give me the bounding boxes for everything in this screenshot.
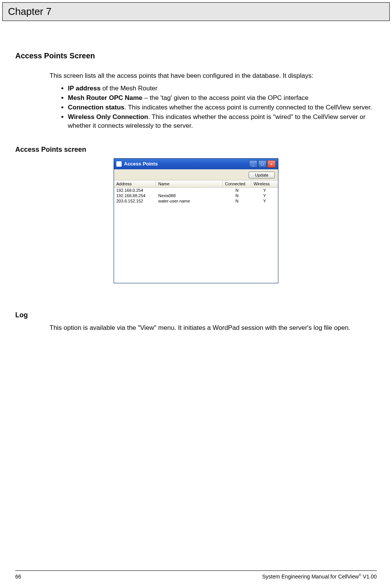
cell-address: 203.6.152.152 [114, 198, 156, 204]
page: Chapter 7 Access Points Screen This scre… [0, 2, 392, 588]
bullet-bold: IP address [68, 85, 101, 92]
cell-connected: N [223, 198, 251, 204]
section-log-title: Log [15, 311, 377, 319]
minimize-button[interactable]: _ [249, 160, 257, 168]
cell-connected: N [223, 193, 251, 198]
page-number: 66 [15, 574, 21, 580]
window-toolbar: Update [114, 169, 278, 180]
header-name[interactable]: Name [156, 180, 223, 187]
page-content: Access Points Screen This screen lists a… [0, 21, 392, 333]
footer-product: System Engineering Manual for CellView [262, 574, 358, 580]
cell-name [156, 188, 223, 193]
bullet-item: Mesh Router OPC Name – the 'tag' given t… [68, 94, 377, 103]
window-titlebar: Access Points _ □ × [114, 159, 278, 169]
bullet-text: of the Mesh Router [101, 85, 157, 92]
titlebar-left: Access Points [116, 161, 158, 167]
window-buttons: _ □ × [249, 160, 276, 168]
bullet-item: IP address of the Mesh Router [68, 84, 377, 93]
screenshot-wrapper: Access Points _ □ × Update Address Name … [15, 158, 377, 284]
window-title: Access Points [124, 161, 158, 167]
bullet-text: – the 'tag' given to the access point vi… [143, 94, 309, 101]
table-row[interactable]: 203.6.152.152water-user-nameNY [114, 198, 278, 204]
cell-wireless: Y [251, 188, 278, 193]
app-icon [116, 161, 122, 167]
bullet-bold: Mesh Router OPC Name [68, 94, 143, 101]
footer-right: System Engineering Manual for CellView© … [262, 573, 377, 580]
cell-connected: N [223, 188, 251, 193]
access-points-window: Access Points _ □ × Update Address Name … [114, 158, 278, 283]
cell-address: 192.168.0.254 [114, 188, 156, 193]
footer-version: V1.00 [361, 574, 377, 580]
cell-wireless: Y [251, 198, 278, 204]
bullet-list: IP address of the Mesh Router Mesh Route… [57, 84, 377, 130]
bullet-item: Wireless Only Connection. This indicates… [68, 113, 377, 130]
bullet-item: Connection status. This indicates whethe… [68, 103, 377, 112]
reg-mark: © [359, 573, 361, 577]
page-footer: 66 System Engineering Manual for CellVie… [15, 570, 377, 580]
grid-header-row: Address Name Connected Wireless [114, 180, 278, 188]
grid-body: 192.168.0.254NY192.168.88.254Nexis088NY2… [114, 188, 278, 283]
bullet-text: . This indicates whether the access poin… [124, 104, 372, 111]
section-intro: This screen lists all the access points … [50, 72, 377, 80]
maximize-button[interactable]: □ [258, 160, 267, 168]
table-row[interactable]: 192.168.0.254NY [114, 188, 278, 193]
cell-wireless: Y [251, 193, 278, 198]
bullet-bold: Connection status [68, 104, 124, 111]
screenshot-caption: Access Points screen [15, 146, 377, 154]
update-button[interactable]: Update [249, 172, 275, 178]
table-row[interactable]: 192.168.88.254Nexis088NY [114, 193, 278, 198]
cell-address: 192.168.88.254 [114, 193, 156, 198]
cell-name: Nexis088 [156, 193, 223, 198]
close-button[interactable]: × [267, 160, 276, 168]
bullet-bold: Wireless Only Connection [68, 113, 148, 120]
header-wireless[interactable]: Wireless [251, 180, 278, 187]
cell-name: water-user-name [156, 198, 223, 204]
chapter-header: Chapter 7 [2, 2, 390, 21]
header-connected[interactable]: Connected [223, 180, 251, 187]
log-text: This option is available via the "View" … [50, 324, 377, 333]
header-address[interactable]: Address [114, 180, 156, 187]
section-access-points-title: Access Points Screen [15, 51, 377, 60]
